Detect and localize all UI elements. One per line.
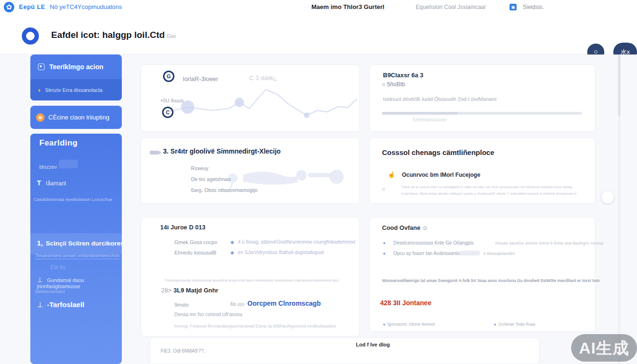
card-june-report: 14i Juroe D 013 Gmek Gssa cocpo ◉ 4 ü fi… [141, 217, 360, 337]
sidebar-link-2[interactable]: TIåamanl [37, 179, 66, 187]
sidebar-caption-2: ldebialxoamiaiior [35, 289, 65, 294]
bullet-detail-0: Inouas sausGe avions Gmor k bone ana lia… [495, 241, 603, 246]
page-title: Eafdel icot: halggp loil.CtdGisr [51, 30, 176, 40]
card-footnote: Wsooarsodilwnrign tal amae Soesgurot A f… [382, 278, 600, 283]
sidebar-section-title[interactable]: 1,Sclnçii Scliren durcikores [37, 239, 122, 247]
sidebar-item-label: Teerïklmgo acion [49, 63, 103, 71]
card-title: Cosssol chenags cämtliñenploce [382, 148, 494, 156]
card-pipeline: 3. Sr4ıtr gloolivë Simmnedirgt-Xlecijo R… [141, 137, 360, 204]
sidebar-panel-heading: Fearlding [39, 138, 78, 148]
topbar-right-text: Equehsiori Cool Jssiamcaal [416, 4, 485, 10]
number-icon: 1, [37, 239, 43, 247]
bullet-label-1[interactable]: Opcu ay fsaurr tan Aoäiniuianta [393, 251, 460, 256]
card-footnote: Fummyluxanda metonncuat annuttna anuy en… [165, 278, 338, 282]
card-progress: B9Claxsr 6a 3 ≡5ñoBtb Isidnuot dövttöB l… [369, 64, 595, 132]
card-console: Cosssol chenags cämtliñenploce ☝ Ocunrvo… [369, 137, 595, 204]
row-label-2: 9msto [174, 302, 189, 308]
sidebar-caption-1: Casokdnesinata revebicksoon Lvzuschue [34, 197, 112, 202]
row-label-0: Gmek Gssa cocpo [174, 239, 217, 245]
detail-line-2: 6nvrug. Fonpsoa firrvnaodaoguscnanavad E… [174, 324, 336, 328]
sidebar-faint-label: Ein lis [50, 264, 65, 271]
status-icon[interactable]: ▣ [510, 4, 517, 10]
footer-item-1[interactable]: ●(1Vanae Tsda ñoaa [494, 322, 535, 327]
card-live-log: Lod f lve dlog FlE3. Odl 6NMA9'7?, [150, 337, 539, 364]
stat-value: C 3 dàlik¿ [249, 74, 277, 82]
sidebar-panel: Fearlding blozzev TIåamanl Casokdnesinat… [30, 134, 122, 364]
card-title: B9Claxsr 6a 3 [383, 72, 423, 79]
bullet-detail-1: it ileiesqtelandtm [483, 251, 515, 256]
stat-icon-1: G [163, 71, 174, 82]
row-label-1: Ehnedu loosusalB [174, 250, 217, 255]
card-body-line-2: Cost-tiare. 4tod eldsp abutin rdbtqod os… [401, 191, 576, 196]
browser-logo-icon[interactable]: ✿ [4, 2, 14, 12]
topbar-app-name[interactable]: Nö yeTC4Ycopmuduatons [50, 3, 122, 10]
card-stats: G lorlaR-3loeer C 3 dàlik¿ +0IJ 9uuus C [141, 64, 360, 132]
topbar-brand[interactable]: Eepü LE [19, 3, 46, 10]
card-title: 14i Juroe D 013 [160, 224, 205, 231]
anchor-icon: ⊥ [37, 276, 43, 283]
progress-bar[interactable] [382, 112, 582, 115]
sidebar-link-download[interactable]: ⊥-Tarfoslaell [37, 300, 84, 309]
sidebar-item-downloads[interactable]: ◖ Stroziv Erra dissanolacla [30, 79, 122, 100]
list-icon: ≡ [382, 82, 385, 87]
panel-collapse-handle[interactable] [601, 191, 614, 203]
sidebar-link-1[interactable]: blozzev [39, 164, 57, 170]
arrow-tag-icon [150, 151, 159, 155]
card-body-line-1: Thea ist si ossvls fnel no sireiajatio'O… [401, 185, 572, 189]
radio-dot-icon[interactable]: ◉ [230, 250, 234, 255]
row-value-1[interactable]: en SJarVidryndsuz Bathali dugistailagual [238, 250, 324, 255]
crescent-icon: ◖ [37, 86, 41, 94]
panel-highlight-box [59, 160, 78, 168]
card-title: Cood Ovfane⊙ [382, 224, 427, 231]
scrollbar[interactable] [618, 55, 620, 364]
orange-dot-icon [36, 113, 45, 122]
pipeline-item-1[interactable]: De tro ageishnao [191, 176, 231, 182]
ai-generated-watermark: AI生成 [571, 334, 637, 362]
list-icon: ≡ [382, 186, 385, 192]
card-title: Lod f lve dlog [356, 342, 390, 347]
pointer-hand-icon: ☝ [388, 171, 395, 178]
section-heading: 28>3L9 Matjd Gnhr [161, 287, 218, 294]
pipeline-item-2[interactable]: 6arg. Otois ottaoovmamogijo [191, 187, 258, 193]
site-logo-icon[interactable] [22, 27, 39, 45]
radio-dot-icon[interactable]: ◉ [230, 240, 234, 245]
card-overview: Cood Ovfane⊙ ● Deseicencousosas Knte Ge … [369, 217, 595, 332]
dot-icon: ● [494, 322, 496, 327]
card-title: 3. Sr4ıtr gloolivë Simmnedirgt-Xlecijo [163, 147, 281, 155]
bullet-label-0[interactable]: Deseicencousosas Knte Ge Oöangpis. [393, 240, 475, 246]
checkbox-icon [38, 64, 45, 70]
section-heading-prefix: 28> [161, 287, 172, 294]
inline-highlight-box [460, 251, 480, 255]
scrollbar-thumb[interactable] [618, 55, 620, 116]
dot-icon: ● [383, 322, 385, 327]
card-subtitle[interactable]: Ocunrvoc bm IMorl Fucejoge [402, 172, 480, 178]
alert-heading: 428 3II Jontanee [380, 299, 431, 307]
stat-label: lorlaR-3loeer [183, 75, 218, 82]
topbar-status-label[interactable]: Sieidsis. [523, 4, 544, 10]
stat-icon-2: C [162, 107, 173, 118]
bullet-dot-icon: ● [383, 251, 385, 256]
sidebar-item-label: CËcine claon lriiupting [48, 114, 109, 121]
sidebar-link-3[interactable]: ⊥Gundamal daou jrionfasigtsamusse [37, 276, 122, 289]
bullet-dot-icon: ● [383, 241, 385, 246]
company-link[interactable]: Oorcpem Clnromscagb [247, 300, 321, 307]
app-window: ✿ Eepü LE Nö yeTC4Ycopmuduatons Maem imo… [0, 0, 637, 364]
sidebar-item-label: Stroziv Erra dissanolacla [45, 87, 102, 93]
page-title-suffix: Gisr [167, 33, 176, 39]
card-description: Isidnuot dövttöB luold Ötsisooth 2od t ö… [383, 96, 497, 102]
pipeline-item-0[interactable]: Rsxeuy [191, 165, 209, 171]
card-text: FlE3. Odl 6NMA9'7?, [161, 348, 205, 354]
anchor-icon: ⊥ [37, 300, 43, 309]
footer-item-0[interactable]: ●lgonuannt. Otone 8omed [383, 322, 435, 327]
clock-icon: ⊙ [423, 225, 427, 231]
row-value-0[interactable]: 4 ü fisvug, abbovtrGnetNovneonew cnungfm… [238, 239, 355, 245]
detail-line-1: Denaa mn fso cvmrod cift'aoona [174, 312, 242, 317]
sidebar-item-registration[interactable]: Teerïklmgo acion [30, 55, 122, 79]
sidebar-group-1: Teerïklmgo acion ◖ Stroziv Erra dissanol… [30, 55, 122, 100]
topbar-page-title: Maem imo Thlor3 Gurterl [311, 3, 384, 10]
sidebar-section-subtitle: Timuansiniana carvuan ambanalasentanechu… [35, 253, 119, 259]
card-subtitle[interactable]: ≡5ñoBtb [382, 81, 405, 88]
progress-caption: Semmanuscoov [412, 117, 446, 122]
sidebar-item-online-helping[interactable]: CËcine claon lriiupting [30, 106, 122, 129]
value-box [237, 303, 245, 306]
